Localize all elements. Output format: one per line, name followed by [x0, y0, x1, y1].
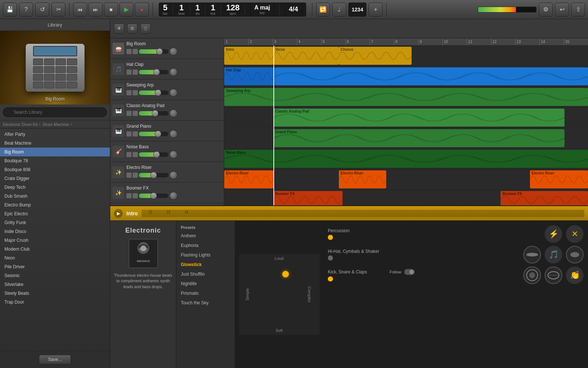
dm-pad-3[interactable] [55, 59, 66, 65]
track-mute-btn[interactable] [126, 173, 132, 178]
clip[interactable]: Intro [224, 47, 273, 65]
track-fader[interactable] [139, 70, 168, 74]
library-item[interactable]: Crate Digger [0, 174, 110, 183]
track-volume-knob[interactable] [169, 109, 178, 117]
dm-pad-1[interactable] [33, 59, 43, 65]
library-item[interactable]: Pile Driver [0, 262, 110, 271]
follow-toggle[interactable] [404, 269, 415, 275]
library-item[interactable]: Dub Smash [0, 192, 110, 201]
add-track-btn[interactable]: + [114, 24, 124, 34]
track-mute-btn[interactable] [126, 70, 132, 75]
track-solo-btn[interactable] [133, 90, 138, 95]
preset-item[interactable]: Prismatic [176, 289, 235, 298]
track-fader[interactable] [139, 132, 168, 136]
clip[interactable]: Electro Riser [530, 170, 588, 188]
library-item[interactable]: Silverlake [0, 280, 110, 289]
xy-pad[interactable]: Loud Soft Simple Complex [235, 221, 323, 368]
dm-pad-2[interactable] [44, 59, 54, 65]
track-volume-knob[interactable] [169, 89, 178, 97]
track-fader[interactable] [139, 49, 168, 54]
track-fader[interactable] [139, 173, 168, 177]
dm-pad-8[interactable] [67, 66, 77, 73]
library-item[interactable]: Deep Tech [0, 183, 110, 192]
dm-pad-15[interactable] [55, 82, 66, 88]
plus-btn[interactable]: + [369, 3, 383, 17]
clip[interactable]: Chorus [339, 47, 412, 65]
history-btn[interactable]: ↺ [35, 3, 49, 17]
play-btn[interactable]: ▶ [119, 3, 133, 17]
track-volume-knob[interactable] [169, 68, 178, 76]
clip[interactable]: Sweeping Arp [224, 88, 588, 106]
dm-pad-14[interactable] [44, 82, 54, 88]
library-item[interactable]: Epic Electro [0, 209, 110, 218]
dm-pad-13[interactable] [33, 82, 43, 88]
fastforward-btn[interactable]: ⏭ [89, 3, 103, 17]
lightning-icon[interactable]: ⚡ [545, 225, 562, 243]
library-item[interactable]: Indie Disco [0, 227, 110, 236]
clap-icon[interactable]: 👏 [566, 266, 584, 284]
breadcrumb-item-1[interactable]: Electronic Drum Kit [3, 122, 37, 127]
clip[interactable]: Classic Analog Pad [273, 109, 564, 127]
track-volume-knob[interactable] [169, 151, 178, 159]
metronome-btn[interactable]: ♩ [332, 3, 346, 17]
preset-item[interactable]: Anthem [176, 231, 235, 241]
track-mute-btn[interactable] [126, 193, 132, 198]
dm-pad-6[interactable] [44, 66, 54, 73]
library-item[interactable]: Seismic [0, 271, 110, 280]
preset-item[interactable]: Touch the Sky [176, 298, 235, 308]
preset-item[interactable]: Euphoria [176, 241, 235, 250]
track-volume-knob[interactable] [169, 171, 178, 179]
library-item[interactable]: Beat Machine [0, 139, 110, 148]
track-mute-btn[interactable] [126, 49, 132, 54]
preset-item[interactable]: Nightlife [176, 279, 235, 289]
preset-item[interactable]: Glowstick [176, 260, 235, 269]
clip[interactable]: Electro Riser [224, 170, 273, 188]
library-item[interactable]: After Party [0, 130, 110, 139]
undo-btn[interactable]: ↩ [555, 3, 569, 17]
intro-play-btn[interactable]: ▶ [114, 209, 123, 218]
library-item[interactable]: Gritty Funk [0, 218, 110, 227]
track-fader[interactable] [139, 91, 168, 95]
track-fader[interactable] [139, 152, 168, 157]
track-fader[interactable] [139, 111, 168, 116]
library-item[interactable]: Major Crush [0, 236, 110, 245]
hihat-pad-icon[interactable] [566, 246, 584, 263]
clip[interactable]: Verse [273, 47, 339, 65]
clip[interactable]: Hat Clap [224, 67, 275, 85]
timeline[interactable]: 123456789101112131415 Intro Verse Chorus… [224, 38, 588, 205]
track-volume-knob[interactable] [169, 47, 178, 56]
dm-pad-4[interactable] [67, 59, 77, 65]
maraca-icon[interactable]: 🎵 [545, 246, 562, 263]
track-mute-btn[interactable] [126, 131, 132, 137]
bass-drum-icon[interactable] [523, 266, 541, 284]
track-volume-knob[interactable] [169, 192, 178, 200]
track-mute-btn[interactable] [126, 90, 132, 95]
scissors-btn[interactable]: ✂ [51, 3, 65, 17]
track-solo-btn[interactable] [133, 193, 138, 198]
library-item[interactable]: Electro Bump [0, 201, 110, 209]
clip[interactable]: Electro Riser [339, 170, 386, 188]
save-icon-btn[interactable]: 💾 [3, 3, 17, 17]
save-button[interactable]: Save... [39, 355, 71, 364]
search-input[interactable] [3, 107, 107, 117]
breadcrumb-item-2[interactable]: Drum Machine [43, 122, 69, 127]
clip[interactable]: Grand Piano [273, 129, 564, 147]
share-btn[interactable]: ⇧ [571, 3, 585, 17]
clip[interactable]: Boomer FX [273, 191, 343, 205]
library-item[interactable]: Modern Club [0, 245, 110, 254]
dm-pad-10[interactable] [44, 74, 54, 81]
library-item[interactable]: Big Room [0, 148, 110, 156]
dm-pad-11[interactable] [55, 74, 66, 81]
snare-icon[interactable] [545, 266, 562, 284]
help-btn[interactable]: ? [19, 3, 33, 17]
library-item[interactable]: Steely Beats [0, 289, 110, 298]
preset-item[interactable]: Flashing Lights [176, 250, 235, 260]
track-fader[interactable] [139, 194, 168, 198]
track-filter-btn[interactable]: ▽ [140, 24, 151, 34]
library-item[interactable]: Boutique 808 [0, 165, 110, 174]
dm-pad-12[interactable] [67, 74, 77, 81]
track-solo-btn[interactable] [133, 70, 138, 75]
cymbal-icon[interactable] [523, 246, 541, 263]
dm-pad-7[interactable] [55, 66, 66, 73]
clip[interactable]: Boomer FX [501, 191, 588, 205]
